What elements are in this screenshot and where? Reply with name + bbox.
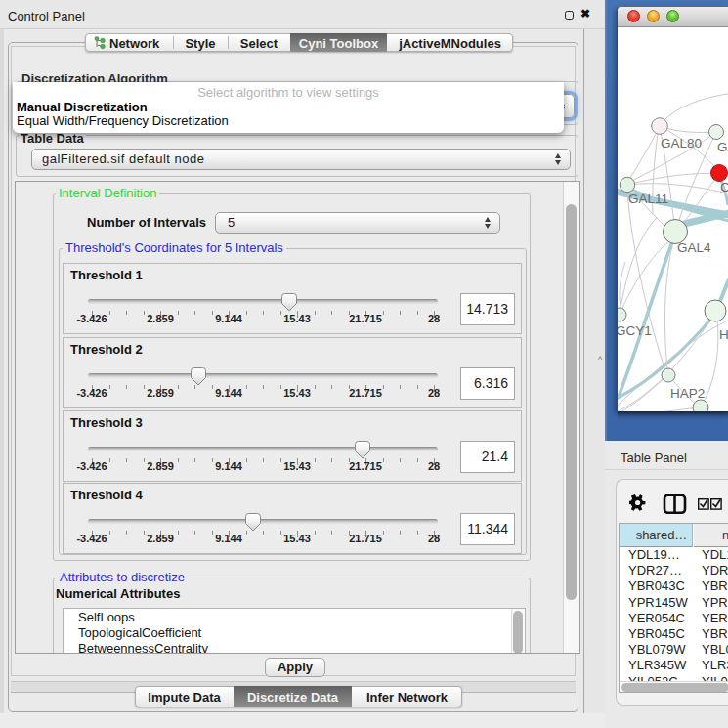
svg-text:CY: CY: [720, 180, 728, 194]
svg-text:GAL80: GAL80: [661, 136, 702, 150]
svg-text:HAP2: HAP2: [670, 386, 705, 401]
svg-text:H: H: [719, 327, 728, 342]
svg-text:GA: GA: [717, 140, 728, 154]
svg-text:GAL4: GAL4: [677, 240, 711, 255]
svg-text:GCY1: GCY1: [618, 323, 652, 338]
svg-text:GAL11: GAL11: [628, 192, 668, 206]
